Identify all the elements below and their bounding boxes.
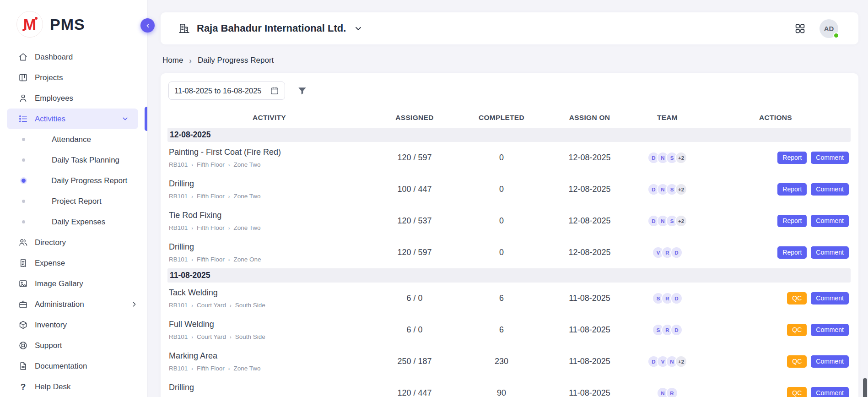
team-avatars[interactable]: V R D (634, 246, 701, 259)
row-actions: QC Comment (701, 355, 851, 368)
table-row: Drilling RB101 › Fifth Floor › Zone Two … (167, 377, 851, 397)
sidebar-item-label: Projects (35, 73, 63, 82)
path-floor: Fifth Floor (197, 161, 225, 168)
team-avatars[interactable]: D V N +2 (634, 355, 701, 368)
row-actions: QC Comment (701, 292, 851, 305)
chevron-down-icon (354, 24, 363, 33)
date-group-header: 11-08-2025 (167, 268, 851, 283)
app-logo[interactable]: M PMS (0, 0, 147, 44)
row-actions: QC Comment (701, 324, 851, 336)
team-avatars[interactable]: S R D (634, 292, 701, 305)
person-icon (18, 93, 28, 103)
team-avatars[interactable]: D N S +2 (634, 183, 701, 196)
sidebar-item-administration[interactable]: Administration (0, 294, 147, 315)
activity-path: RB101 › Court Yard › South Side (169, 302, 369, 309)
sidebar-item-documentation[interactable]: Documentation (0, 356, 147, 376)
sidebar-item-label: Activities (35, 114, 65, 124)
sidebar-item-label: Dashboard (35, 53, 73, 62)
team-avatar: D (670, 246, 683, 259)
scrollbar-thumb[interactable] (863, 378, 867, 397)
assign-on-value: 12-08-2025 (545, 237, 634, 268)
completed-value: 6 (458, 283, 545, 314)
funnel-icon (297, 86, 307, 96)
breadcrumb-home[interactable]: Home (162, 56, 183, 65)
sidebar-item-label: Daily Task Planning (52, 156, 119, 165)
team-extra-count: +2 (675, 215, 687, 227)
row-actions: Report Comment (701, 246, 851, 259)
bullet-icon (22, 179, 26, 183)
activity-path: RB101 › Fifth Floor › Zone Two (169, 365, 369, 372)
sidebar-item-activities[interactable]: Activities (7, 109, 138, 129)
sidebar-item-inventory[interactable]: Inventory (0, 315, 147, 335)
receipt-icon (18, 258, 28, 268)
team-avatars[interactable]: D N S +2 (634, 215, 701, 227)
table-row: Tack Welding RB101 › Court Yard › South … (167, 283, 851, 314)
comment-button[interactable]: Comment (811, 246, 849, 259)
sidebar-item-employees[interactable]: Employees (0, 88, 147, 109)
activity-name: Marking Area (169, 351, 369, 361)
sidebar-item-daily-expenses[interactable]: Daily Expenses (0, 212, 147, 232)
chevron-right-icon: › (191, 257, 193, 262)
path-project: RB101 (169, 161, 188, 168)
logo-dot-icon (22, 29, 25, 31)
sidebar-item-project-report[interactable]: Project Report (0, 191, 147, 212)
apps-grid-icon[interactable] (794, 23, 806, 34)
path-zone: South Side (235, 302, 265, 309)
sidebar-item-help-desk[interactable]: ? Help Desk (0, 376, 147, 397)
comment-button[interactable]: Comment (811, 387, 849, 397)
qc-button[interactable]: QC (787, 355, 807, 368)
report-button[interactable]: Report (777, 246, 807, 259)
comment-button[interactable]: Comment (811, 324, 849, 336)
report-button[interactable]: Report (777, 215, 807, 227)
company-selector[interactable]: Raja Bahadur International Ltd. (178, 22, 363, 34)
user-avatar[interactable]: AD (819, 19, 838, 38)
team-extra-count: +2 (675, 152, 687, 164)
team-avatars[interactable]: N R (634, 387, 701, 397)
filter-button[interactable] (297, 86, 307, 96)
sidebar-item-image-gallary[interactable]: Image Gallary (0, 273, 147, 294)
chevron-right-icon: › (228, 162, 230, 168)
date-range-input[interactable]: 11-08-2025 to 16-08-2025 (168, 82, 285, 100)
team-avatars[interactable]: D N S +2 (634, 152, 701, 164)
team-avatar: D (670, 324, 683, 336)
report-button[interactable]: Report (777, 152, 807, 164)
sidebar-item-dashboard[interactable]: Dashboard (0, 47, 147, 67)
sidebar-item-label: Attendance (52, 135, 91, 144)
sidebar-item-daily-progress-report[interactable]: Daily Progress Report (0, 170, 147, 191)
assigned-value: 120 / 597 (371, 142, 458, 174)
qc-button[interactable]: QC (787, 387, 807, 397)
chevron-left-icon (144, 22, 151, 29)
path-floor: Court Yard (197, 333, 226, 340)
breadcrumb-current: Daily Progress Report (198, 56, 274, 65)
m-logo-icon: M (16, 11, 43, 38)
qc-button[interactable]: QC (787, 324, 807, 336)
building-icon (178, 22, 190, 34)
path-floor: Fifth Floor (197, 193, 225, 200)
column-header-assign-on: ASSIGN ON (545, 107, 634, 128)
activity-path: RB101 › Fifth Floor › Zone Two (169, 224, 369, 231)
qc-button[interactable]: QC (787, 292, 807, 305)
sidebar-item-expense[interactable]: Expense (0, 253, 147, 273)
assigned-value: 250 / 187 (371, 346, 458, 377)
comment-button[interactable]: Comment (811, 355, 849, 368)
sidebar-item-support[interactable]: Support (0, 335, 147, 356)
comment-button[interactable]: Comment (811, 292, 849, 305)
path-zone: Zone Two (233, 193, 260, 200)
sidebar-item-daily-task-planning[interactable]: Daily Task Planning (0, 150, 147, 170)
sidebar-item-projects[interactable]: Projects (0, 67, 147, 88)
assigned-value: 120 / 537 (371, 205, 458, 237)
sidebar-collapse-button[interactable] (140, 18, 155, 33)
column-header-assigned: ASSIGNED (371, 107, 458, 128)
active-indicator (145, 107, 147, 131)
sidebar-item-attendance[interactable]: Attendance (0, 129, 147, 150)
sidebar-item-directory[interactable]: Directory (0, 232, 147, 253)
assigned-value: 120 / 447 (371, 377, 458, 397)
assign-on-value: 12-08-2025 (545, 174, 634, 205)
assign-on-value: 11-08-2025 (545, 346, 634, 377)
comment-button[interactable]: Comment (811, 215, 849, 227)
logo-letter: M (23, 16, 36, 33)
comment-button[interactable]: Comment (811, 183, 849, 196)
comment-button[interactable]: Comment (811, 152, 849, 164)
team-avatars[interactable]: S R D (634, 324, 701, 336)
report-button[interactable]: Report (777, 183, 807, 196)
